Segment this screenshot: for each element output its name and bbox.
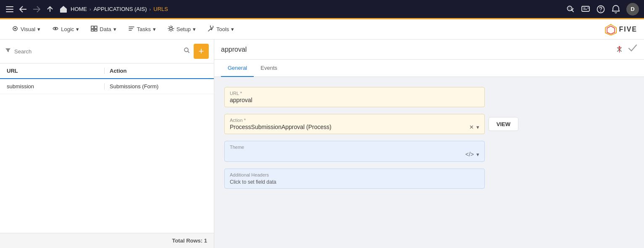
svg-point-17 [170,27,172,30]
setup-dropdown-icon: ▾ [193,26,196,32]
svg-rect-0 [6,6,13,7]
right-header-icons: ✕ [616,45,637,55]
right-panel: approval ✕ ↑ General Events URL * approv… [214,40,644,248]
logic-dropdown-icon: ▾ [76,26,79,32]
nav-tasks[interactable]: Tasks ▾ [123,23,161,35]
tab-general[interactable]: General [221,60,254,77]
theme-field-value[interactable] [230,150,465,158]
nav-tools-label: Tools [216,26,229,32]
nav-visual[interactable]: Visual ▾ [7,23,45,35]
right-title: approval [221,46,612,53]
svg-rect-16 [95,29,97,31]
breadcrumb-sep-1: › [89,7,91,12]
view-button[interactable]: VIEW [489,117,518,131]
action-field-icons: ✕ ▾ [469,124,479,130]
breadcrumb-applications[interactable]: APPLICATIONS (AIS) [94,6,147,12]
theme-dropdown-icon[interactable]: ▾ [476,151,479,158]
action-clear-icon[interactable]: ✕ [469,124,474,130]
svg-rect-14 [95,26,97,29]
avatar[interactable]: D [626,3,639,16]
logic-icon [52,26,59,33]
table-body: submission Submissions (Form) [0,79,214,233]
search-input[interactable] [14,48,180,55]
tab-events[interactable]: Events [254,60,284,77]
five-logo-icon [605,24,617,35]
back-icon[interactable] [18,5,28,14]
tabs-bar: General Events [214,60,644,77]
five-logo: FIVE [605,24,637,35]
row-url: submission [7,83,104,90]
svg-point-11 [14,28,16,29]
nav-tools[interactable]: Tools ▾ [202,23,239,36]
nav-logic[interactable]: Logic ▾ [47,23,84,35]
action-form-group: Action * ProcessSubmissionApproval (Proc… [224,114,485,134]
breadcrumb-sep-2: › [150,7,151,12]
setup-icon [168,25,174,33]
theme-field-wrapper: Theme </> ▾ [224,141,485,162]
action-field-value[interactable]: ProcessSubmissionApproval (Process) [230,124,469,130]
row-action: Submissions (Form) [104,83,207,90]
breadcrumb-urls[interactable]: URLS [153,6,168,12]
close-icon[interactable]: ✕ [616,45,623,55]
svg-point-9 [600,11,601,11]
nav-data-label: Data [100,26,111,32]
nav-logic-label: Logic [61,26,74,32]
tasks-icon [128,26,135,33]
additional-headers-wrapper[interactable]: Additional Headers Click to set field da… [224,169,485,189]
svg-point-6 [587,8,588,8]
theme-field-label: Theme [230,145,479,150]
nav-setup[interactable]: Setup ▾ [163,23,201,36]
data-dropdown-icon: ▾ [113,26,116,32]
table-footer: Total Rows: 1 [0,233,214,248]
confirm-icon[interactable] [628,45,637,54]
up-icon[interactable] [45,5,55,14]
additional-headers-form-group: Additional Headers Click to set field da… [224,169,485,189]
nav-data[interactable]: Data ▾ [86,23,121,35]
add-button[interactable]: + [194,44,209,59]
left-panel: + URL Action submission Submissions (For… [0,40,214,248]
main-content: + URL Action submission Submissions (For… [0,40,644,248]
svg-point-4 [569,7,571,9]
svg-point-3 [568,6,572,11]
breadcrumb: HOME › APPLICATIONS (AIS) › URLS [59,5,168,14]
top-nav-right: D [566,3,639,16]
table-header: URL Action [0,63,214,79]
search-global-icon[interactable] [566,5,575,14]
nav-tasks-label: Tasks [137,26,151,32]
theme-field-row: </> ▾ [230,150,479,158]
five-text: FIVE [619,26,637,33]
tools-icon [208,25,214,33]
filter-icon [5,47,11,55]
chat-icon[interactable] [581,5,590,14]
breadcrumb-home[interactable]: HOME [71,6,87,12]
svg-rect-1 [6,9,13,10]
hamburger-icon[interactable] [5,5,14,14]
theme-field-icons: </> ▾ [465,151,479,158]
top-nav-left: HOME › APPLICATIONS (AIS) › URLS [5,5,563,14]
top-nav: HOME › APPLICATIONS (AIS) › URLS [0,0,644,19]
search-icon[interactable] [184,47,190,55]
help-icon[interactable] [596,5,605,14]
home-icon [59,5,68,14]
visual-icon [12,26,18,33]
action-dropdown-icon[interactable]: ▾ [476,124,479,130]
url-field-wrapper: URL * approval [224,87,485,107]
svg-rect-13 [91,26,94,29]
search-bar: + [0,40,214,63]
svg-point-7 [588,8,589,8]
additional-headers-click-text[interactable]: Click to set field data [230,179,479,185]
bell-icon[interactable] [611,5,620,14]
url-field-value[interactable]: approval [230,97,479,103]
svg-point-12 [55,28,56,29]
url-form-group: URL * approval [224,87,485,107]
additional-headers-label: Additional Headers [230,172,479,177]
right-header: approval ✕ ↑ [214,40,644,60]
tools-dropdown-icon: ▾ [231,26,234,32]
theme-form-group: Theme </> ▾ [224,141,485,162]
svg-rect-5 [582,6,589,11]
theme-code-icon[interactable]: </> [465,151,474,158]
forward-icon[interactable] [32,5,41,14]
table-row[interactable]: submission Submissions (Form) [0,79,214,94]
col-url-header: URL [7,68,104,74]
col-action-header: Action [104,68,207,74]
